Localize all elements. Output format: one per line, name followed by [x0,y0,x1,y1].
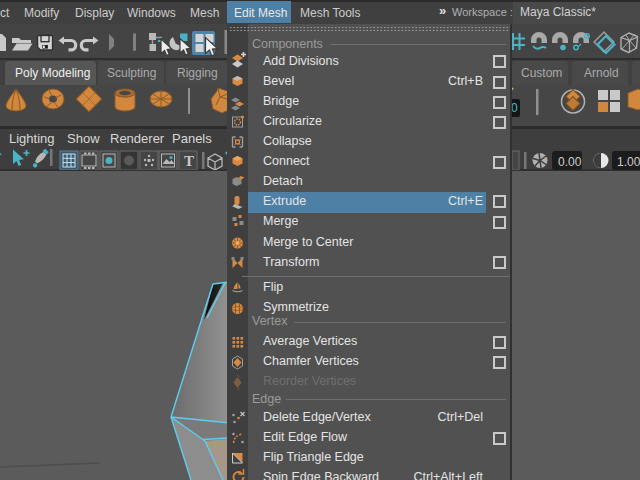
svg-text:0: 0 [511,101,518,115]
svg-text:0.00: 0.00 [558,155,582,169]
svg-text:T: T [184,153,194,169]
svg-text:1.00: 1.00 [617,155,640,169]
